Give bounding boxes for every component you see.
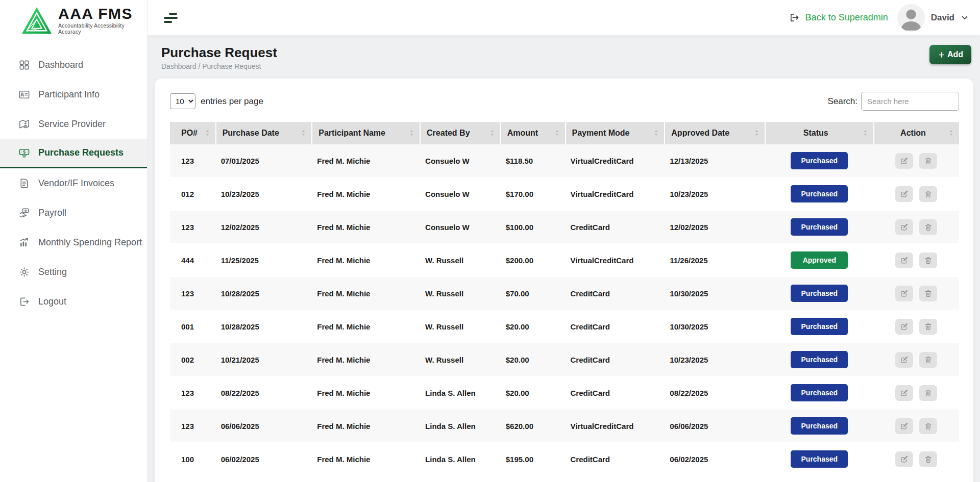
delete-button[interactable] xyxy=(919,319,937,335)
column-header-payment_mode[interactable]: Payment Mode xyxy=(566,122,665,144)
cell-payment_mode: CreditCard xyxy=(566,310,665,343)
cell-purchase_date: 12/02/2025 xyxy=(216,211,312,244)
chevron-down-icon[interactable] xyxy=(961,14,969,22)
edit-icon xyxy=(900,190,909,198)
cell-payment_mode: VirtualCreditCard xyxy=(566,177,665,211)
sidebar-item-service-provider[interactable]: Service Provider xyxy=(0,109,147,139)
sort-icon[interactable] xyxy=(488,129,497,137)
status-badge[interactable]: Purchased xyxy=(791,318,848,335)
column-header-approved_date[interactable]: Approved Date xyxy=(665,122,765,144)
sort-icon[interactable] xyxy=(947,129,955,137)
entries-per-page-select[interactable]: 10 xyxy=(170,93,195,109)
avatar[interactable] xyxy=(897,4,925,32)
sort-icon[interactable] xyxy=(203,129,212,137)
trash-icon xyxy=(924,422,933,430)
column-header-action[interactable]: Action xyxy=(874,122,959,144)
sidebar-item-logout[interactable]: Logout xyxy=(0,287,147,316)
delete-button[interactable] xyxy=(919,219,937,235)
edit-button[interactable] xyxy=(895,153,913,169)
trash-icon xyxy=(924,356,933,364)
search-input[interactable] xyxy=(861,92,959,111)
column-header-purchase_date[interactable]: Purchase Date xyxy=(216,122,312,144)
trash-icon xyxy=(924,289,933,298)
edit-button[interactable] xyxy=(895,186,913,202)
cell-created_by: W. Russell xyxy=(420,244,501,277)
sort-icon[interactable] xyxy=(652,129,660,137)
status-badge[interactable]: Purchased xyxy=(791,384,848,401)
sidebar-item-monthly-spending-report[interactable]: Monthly Spending Report xyxy=(0,227,147,257)
edit-button[interactable] xyxy=(895,451,913,467)
sort-icon[interactable] xyxy=(299,129,308,137)
edit-button[interactable] xyxy=(895,418,913,434)
cell-action xyxy=(874,310,959,343)
delete-button[interactable] xyxy=(919,252,937,268)
column-header-po[interactable]: PO# xyxy=(170,122,216,144)
edit-button[interactable] xyxy=(895,286,913,301)
status-badge[interactable]: Purchased xyxy=(791,185,848,202)
cell-purchase_date: 10/21/2025 xyxy=(216,343,312,376)
cell-purchase_date: 07/01/2025 xyxy=(216,144,312,177)
status-badge[interactable]: Purchased xyxy=(791,285,848,302)
sort-icon[interactable] xyxy=(752,129,761,137)
table-header-row: PO#Purchase DateParticipant NameCreated … xyxy=(170,122,959,144)
sidebar: AAA FMS Accountability Accessibility Acc… xyxy=(0,0,148,482)
back-to-superadmin-link[interactable]: Back to Superadmin xyxy=(805,12,888,23)
sort-icon[interactable] xyxy=(553,129,561,137)
delete-button[interactable] xyxy=(919,418,937,434)
cell-po: 123 xyxy=(170,376,216,410)
cell-action xyxy=(874,443,959,476)
edit-button[interactable] xyxy=(895,319,913,335)
page-title: Purchase Request xyxy=(161,45,277,61)
status-badge[interactable]: Purchased xyxy=(791,351,848,368)
status-badge[interactable]: Purchased xyxy=(791,450,848,468)
sidebar-item-label: Purchase Requests xyxy=(38,147,124,158)
edit-button[interactable] xyxy=(895,385,913,401)
cell-po: 001 xyxy=(170,310,216,343)
app-logo[interactable]: AAA FMS Accountability Accessibility Acc… xyxy=(0,0,147,36)
edit-button[interactable] xyxy=(895,352,913,368)
cell-amount: $70.00 xyxy=(501,277,566,310)
sidebar-item-setting[interactable]: Setting xyxy=(0,257,147,287)
payroll-icon xyxy=(18,207,30,219)
status-badge[interactable]: Purchased xyxy=(791,218,848,236)
cell-po: 002 xyxy=(170,343,216,376)
sidebar-item-dashboard[interactable]: Dashboard xyxy=(0,50,147,80)
status-badge[interactable]: Purchased xyxy=(791,417,848,435)
delete-button[interactable] xyxy=(919,153,937,169)
cell-approved_date: 10/30/2025 xyxy=(665,277,765,310)
edit-button[interactable] xyxy=(895,252,913,268)
sidebar-item-payroll[interactable]: Payroll xyxy=(0,198,147,227)
delete-button[interactable] xyxy=(919,286,937,301)
cell-amount: $200.00 xyxy=(501,244,566,277)
delete-button[interactable] xyxy=(919,352,937,368)
column-header-status[interactable]: Status xyxy=(765,122,874,144)
sidebar-toggle-button[interactable] xyxy=(164,13,178,23)
column-header-participant_name[interactable]: Participant Name xyxy=(312,122,420,144)
sidebar-item-purchase-requests[interactable]: Purchase Requests xyxy=(0,139,147,168)
add-button[interactable]: Add xyxy=(929,45,971,64)
table-row: 44411/25/2025Fred M. MichieW. Russell$20… xyxy=(170,244,959,277)
sidebar-item-vendor-if-invoices[interactable]: Vendor/IF Invoices xyxy=(0,168,147,198)
cell-action xyxy=(874,211,959,244)
cell-status: Purchased xyxy=(765,177,874,211)
cell-purchase_date: 06/06/2025 xyxy=(216,410,312,443)
table-row: 12306/06/2025Fred M. MichieLinda S. Alle… xyxy=(170,410,959,443)
delete-button[interactable] xyxy=(919,186,937,202)
delete-button[interactable] xyxy=(919,385,937,401)
purchase-request-card: 10 entries per page Search: PO#Purchase … xyxy=(155,79,973,482)
sort-icon[interactable] xyxy=(407,129,416,137)
column-header-created_by[interactable]: Created By xyxy=(420,122,501,144)
sidebar-item-participant-info[interactable]: Participant Info xyxy=(0,80,147,109)
column-header-amount[interactable]: Amount xyxy=(501,122,566,144)
sort-icon[interactable] xyxy=(861,129,870,137)
cell-created_by: Consuelo W xyxy=(420,144,501,177)
user-name[interactable]: David xyxy=(931,13,954,23)
search-label: Search: xyxy=(827,96,857,107)
edit-button[interactable] xyxy=(895,219,913,235)
status-badge[interactable]: Purchased xyxy=(791,152,848,169)
cell-created_by: Linda S. Allen xyxy=(420,443,501,476)
delete-button[interactable] xyxy=(919,451,937,467)
cell-action xyxy=(874,244,959,277)
status-badge[interactable]: Approved xyxy=(791,251,848,269)
participant-icon xyxy=(18,89,30,100)
